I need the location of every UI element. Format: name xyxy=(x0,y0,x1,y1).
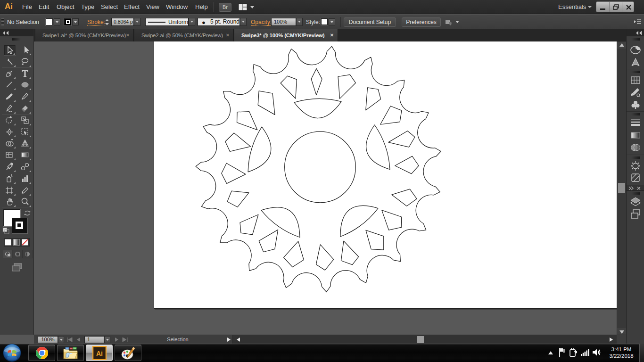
svg-text:Ai: Ai xyxy=(96,350,103,357)
